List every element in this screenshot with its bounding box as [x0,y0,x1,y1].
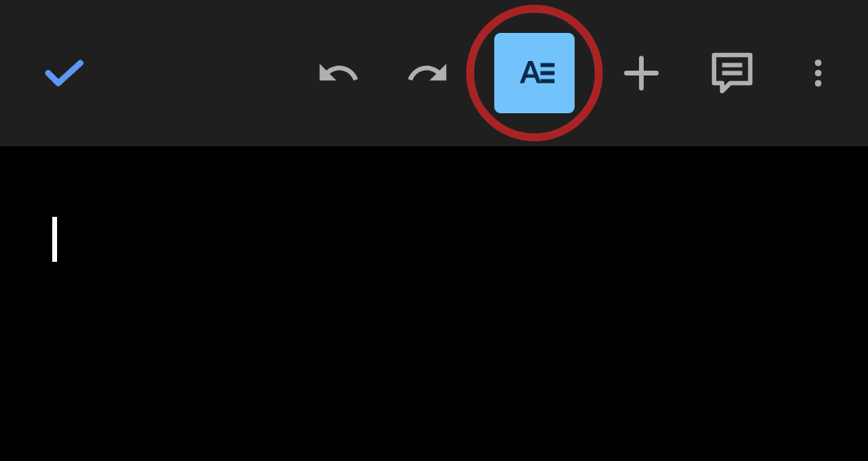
redo-button[interactable] [405,51,450,96]
toolbar-actions [316,33,836,113]
more-vert-icon [800,55,836,91]
editor-area[interactable] [0,146,868,461]
svg-point-9 [815,80,821,87]
comment-icon [708,49,756,97]
format-button[interactable] [494,33,575,113]
svg-point-7 [815,59,821,66]
check-icon [40,49,88,97]
svg-rect-1 [541,71,555,75]
text-cursor [52,217,57,262]
insert-button[interactable] [619,51,664,96]
redo-icon [405,51,450,96]
comment-button[interactable] [708,49,756,97]
toolbar [0,0,868,146]
done-button[interactable] [32,41,96,105]
undo-button[interactable] [316,51,361,96]
svg-point-8 [815,70,821,76]
format-button-wrapper [494,33,575,113]
undo-icon [316,51,361,96]
more-button[interactable] [800,55,836,91]
svg-rect-0 [541,63,555,67]
plus-icon [619,51,664,96]
format-text-icon [510,49,559,97]
svg-rect-2 [541,80,555,84]
